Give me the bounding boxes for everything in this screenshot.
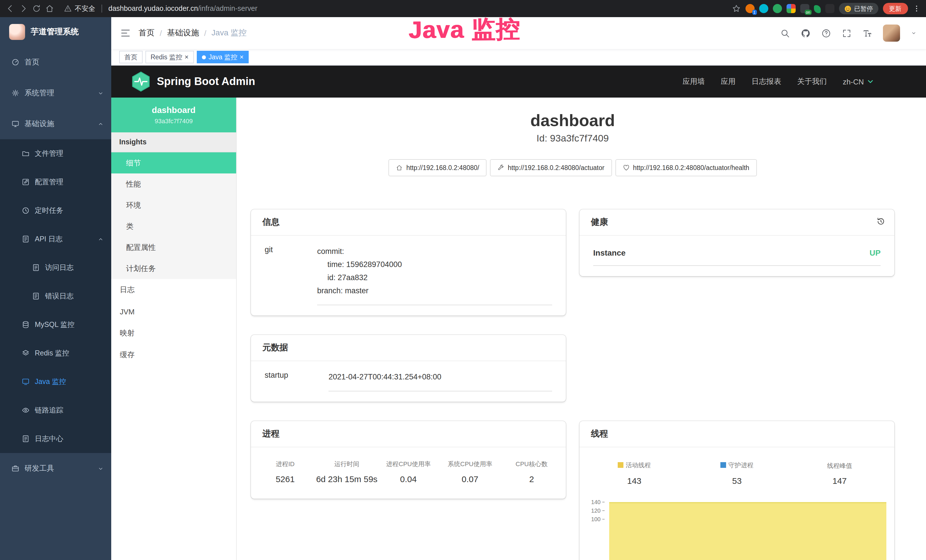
- chevron-down-icon: [98, 90, 104, 96]
- sba-nav-about[interactable]: 关于我们: [797, 76, 827, 87]
- back-icon[interactable]: [6, 4, 15, 13]
- breadcrumb-infra[interactable]: 基础设施: [167, 28, 199, 38]
- doc-icon: [32, 263, 40, 272]
- avatar[interactable]: [883, 24, 900, 42]
- sba-item-details[interactable]: 细节: [111, 152, 236, 173]
- y-axis-tick: 140: [585, 499, 605, 505]
- github-icon[interactable]: [800, 28, 810, 38]
- sidebar-item-log-center[interactable]: 日志中心: [0, 424, 111, 453]
- stat-process-cpu: 进程CPU使用率 0.04: [378, 460, 439, 484]
- breadcrumb-current: Java 监控: [212, 28, 247, 38]
- reload-icon[interactable]: [32, 4, 41, 13]
- search-icon[interactable]: [780, 28, 790, 38]
- home-icon[interactable]: [45, 4, 54, 13]
- heart-icon: [623, 164, 629, 171]
- metadata-card: 元数据 startup 2021-04-27T00:44:31.254+08:0…: [251, 335, 566, 402]
- legend-swatch-yellow: [618, 462, 623, 468]
- instance-header[interactable]: dashboard 93a3fc7f7409: [111, 98, 236, 132]
- close-icon[interactable]: ×: [239, 54, 244, 61]
- history-icon[interactable]: [876, 217, 885, 226]
- close-icon[interactable]: ×: [185, 54, 189, 61]
- locale-selector[interactable]: zh-CN: [843, 77, 873, 86]
- sidebar-item-access-log[interactable]: 访问日志: [0, 253, 111, 282]
- extension-icon-green-circle[interactable]: [773, 4, 782, 13]
- extension-icon-leaf[interactable]: [814, 5, 820, 13]
- sidebar-item-system[interactable]: 系统管理: [0, 77, 111, 108]
- sidebar-item-api-log[interactable]: API 日志: [0, 225, 111, 253]
- extension-icon-dark-on[interactable]: on: [800, 4, 809, 13]
- card-title: 信息: [251, 209, 566, 236]
- gear-icon: [11, 89, 20, 97]
- sba-item-logs[interactable]: 日志: [111, 279, 236, 301]
- extension-icon-puzzle[interactable]: [825, 4, 834, 13]
- sidebar-item-dev-tools[interactable]: 研发工具: [0, 453, 111, 484]
- sidebar-item-infra[interactable]: 基础设施: [0, 108, 111, 139]
- sidebar-item-config-manage[interactable]: 配置管理: [0, 168, 111, 196]
- profile-paused-chip[interactable]: 已暂停: [839, 3, 878, 14]
- tab-redis-monitor[interactable]: Redis 监控 ×: [145, 51, 194, 64]
- status-badge: UP: [870, 248, 881, 257]
- tab-java-monitor[interactable]: Java 监控 ×: [197, 51, 249, 64]
- doc-icon: [22, 435, 30, 443]
- health-target: Instance: [593, 248, 626, 257]
- sba-brand[interactable]: Spring Boot Admin: [157, 75, 255, 88]
- gauge-icon: [11, 58, 20, 66]
- sba-nav-applications[interactable]: 应用: [721, 76, 735, 87]
- sidebar-item-error-log[interactable]: 错误日志: [0, 282, 111, 310]
- stat-system-cpu: 系统CPU使用率 0.07: [439, 460, 501, 484]
- stat-pid: 进程ID 5261: [254, 460, 316, 484]
- database-icon: [22, 321, 30, 328]
- chevron-up-icon: [98, 236, 104, 242]
- help-icon[interactable]: [821, 28, 831, 38]
- sba-item-config-props[interactable]: 配置属性: [111, 237, 236, 258]
- forward-icon[interactable]: [19, 4, 28, 13]
- sba-item-mappings[interactable]: 映射: [111, 322, 236, 344]
- sidebar-item-redis-monitor[interactable]: Redis 监控: [0, 339, 111, 368]
- sidebar-item-java-monitor[interactable]: Java 监控: [0, 368, 111, 396]
- sba-content: dashboard Id: 93a3fc7f7409 http://192.16…: [237, 98, 926, 560]
- threads-legend: 活动线程 143 守护进程 53 线程峰值 14: [580, 447, 894, 486]
- sidebar-item-cron-jobs[interactable]: 定时任务: [0, 196, 111, 225]
- sba-item-environment[interactable]: 环境: [111, 195, 236, 216]
- wrench-icon: [497, 164, 504, 171]
- extension-icon-orange[interactable]: 1: [745, 4, 754, 13]
- legend-daemon-threads: 守护进程 53: [685, 460, 788, 486]
- sba-item-classes[interactable]: 类: [111, 216, 236, 237]
- sidebar-item-home[interactable]: 首页: [0, 47, 111, 77]
- sba-item-jvm[interactable]: JVM: [111, 301, 236, 322]
- address-bar[interactable]: dashboard.yudao.iocoder.cn/infra/admin-s…: [108, 5, 257, 12]
- sba-item-performance[interactable]: 性能: [111, 173, 236, 195]
- security-indicator[interactable]: 不安全: [64, 4, 95, 14]
- eye-icon: [22, 406, 30, 414]
- sba-item-caches[interactable]: 缓存: [111, 344, 236, 366]
- extension-icon-grid[interactable]: [786, 4, 795, 13]
- kebab-menu-icon[interactable]: [912, 4, 920, 13]
- tab-home[interactable]: 首页: [119, 51, 142, 64]
- sidebar-item-file-manage[interactable]: 文件管理: [0, 139, 111, 168]
- sidebar-item-mysql-monitor[interactable]: MySQL 监控: [0, 310, 111, 339]
- sba-nav-wallboard[interactable]: 应用墙: [682, 76, 705, 87]
- card-title: 进程: [251, 421, 566, 447]
- hamburger-icon[interactable]: [120, 28, 131, 38]
- fullscreen-icon[interactable]: [841, 28, 851, 38]
- breadcrumb-home[interactable]: 首页: [139, 28, 154, 38]
- sba-header: Spring Boot Admin 应用墙 应用 日志报表 关于我们 zh-CN: [111, 66, 926, 98]
- actuator-url-button[interactable]: http://192.168.0.2:48080/actuator: [490, 159, 612, 176]
- home-link-icon: [396, 164, 403, 171]
- bookmark-star-icon[interactable]: [731, 4, 741, 13]
- sidebar-item-tracing[interactable]: 链路追踪: [0, 396, 111, 424]
- service-url-button[interactable]: http://192.168.0.2:48080/: [389, 159, 487, 176]
- font-size-icon[interactable]: [862, 28, 872, 38]
- breadcrumb: 首页 / 基础设施 / Java 监控: [139, 28, 247, 38]
- sba-nav-journal[interactable]: 日志报表: [752, 76, 781, 87]
- instance-id: 93a3fc7f7409: [117, 118, 230, 124]
- extension-icon-drop[interactable]: [759, 4, 768, 13]
- card-title: 线程: [580, 421, 894, 447]
- app-logo[interactable]: 芋道管理系统: [0, 17, 111, 47]
- sidebar-submenu-infra: 文件管理 配置管理 定时任务 API 日志 访问日志: [0, 139, 111, 453]
- chevron-down-icon[interactable]: [911, 30, 916, 36]
- update-button[interactable]: 更新: [883, 3, 908, 14]
- health-url-button[interactable]: http://192.168.0.2:48080/actuator/health: [615, 159, 757, 176]
- sba-item-scheduled-tasks[interactable]: 计划任务: [111, 258, 236, 279]
- process-card: 进程 进程ID 5261 运行时间 6d 23h 15m 59s: [251, 421, 566, 499]
